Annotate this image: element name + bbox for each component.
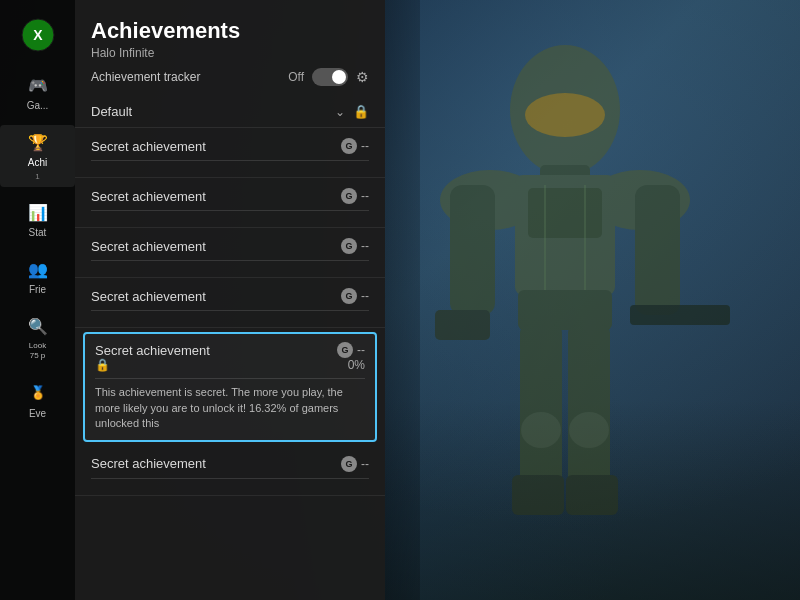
sidebar-events-label: Eve [29,408,46,419]
achievement-divider [91,478,369,479]
stats-icon: 📊 [27,201,49,223]
achievement-divider [91,210,369,211]
achievement-points: -- [361,139,369,153]
achievement-right: G -- [341,288,369,304]
sidebar-games-label: Ga... [27,100,49,111]
achievement-item[interactable]: Secret achievement G -- [75,228,385,278]
achievement-right: G -- [341,456,369,472]
achievement-top-row: Secret achievement G -- [91,238,369,254]
achievement-item[interactable]: Secret achievement G -- [75,128,385,178]
g-badge-icon: G [341,288,357,304]
games-icon: 🎮 [27,74,49,96]
g-badge-icon: G [341,456,357,472]
gear-icon[interactable]: ⚙ [356,69,369,85]
svg-rect-8 [635,185,680,315]
svg-point-15 [569,412,609,448]
achievement-item-expanded[interactable]: Secret achievement G -- 🔒 0% This achiev… [83,332,377,441]
filter-label: Default [91,104,335,119]
achievement-item[interactable]: Secret achievement G -- [75,446,385,496]
panel-header: Achievements Halo Infinite Achievement t… [75,0,385,96]
sidebar-item-events[interactable]: 🏅 Eve [0,376,75,425]
filter-lock-icon: 🔒 [353,104,369,119]
achievement-name: Secret achievement [91,139,206,154]
looking-icon: 🔍 [27,315,49,337]
panel-game: Halo Infinite [91,46,369,60]
sidebar-ach-count: 1 [35,172,39,181]
achievement-divider [91,310,369,311]
sidebar-stats-label: Stat [29,227,47,238]
toggle-knob [332,70,346,84]
svg-point-1 [525,93,605,137]
achievement-name: Secret achievement [91,289,206,304]
expanded-lock-icon: 🔒 [95,358,110,372]
events-icon: 🏅 [27,382,49,404]
sidebar-looking-label: Look75 p [29,341,46,362]
sidebar-friends-label: Frie [29,284,46,295]
achievement-name: Secret achievement [91,456,206,471]
svg-rect-17 [566,475,618,515]
achievement-name: Secret achievement [91,189,206,204]
character-silhouette [370,30,750,600]
achievement-top-row: Secret achievement G -- [91,288,369,304]
achievement-points: -- [361,189,369,203]
svg-rect-13 [568,325,610,485]
sidebar: X 🎮 Ga... 🏆 Achi 1 📊 Stat 👥 Frie 🔍 Look7… [0,0,75,600]
svg-point-14 [521,412,561,448]
achievement-item[interactable]: Secret achievement G -- [75,178,385,228]
achievement-right: G -- [341,238,369,254]
achievement-divider [91,160,369,161]
achievement-expanded-points: -- [357,343,365,357]
achievement-points: -- [361,239,369,253]
achievement-expanded-top-row: Secret achievement G -- [95,342,365,358]
achievement-top-row: Secret achievement G -- [91,456,369,472]
svg-text:X: X [33,27,43,43]
svg-rect-6 [528,188,602,238]
achievements-icon: 🏆 [27,131,49,153]
g-badge-icon: G [341,188,357,204]
tracker-toggle[interactable] [312,68,348,86]
sidebar-item-stats[interactable]: 📊 Stat [0,195,75,244]
svg-rect-12 [520,325,562,485]
g-badge-icon: G [341,238,357,254]
sidebar-item-looking[interactable]: 🔍 Look75 p [0,309,75,368]
achievement-top-row: Secret achievement G -- [91,138,369,154]
achievement-name: Secret achievement [91,239,206,254]
xbox-logo[interactable]: X [21,18,55,52]
friends-icon: 👥 [27,258,49,280]
chevron-down-icon[interactable]: ⌄ [335,105,345,119]
achievement-right: G -- [341,138,369,154]
svg-rect-9 [435,310,490,340]
achievement-points: -- [361,289,369,303]
achievement-top-row: Secret achievement G -- [91,188,369,204]
panel-title: Achievements [91,18,369,44]
expanded-percent: 0% [348,358,365,372]
tracker-status: Off [288,70,304,84]
achievement-expanded-name: Secret achievement [95,343,210,358]
svg-rect-11 [518,290,612,330]
achievement-right: G -- [341,188,369,204]
achievement-points: -- [361,457,369,471]
achievements-panel: Achievements Halo Infinite Achievement t… [75,0,385,600]
expanded-divider [95,378,365,379]
tracker-label: Achievement tracker [91,70,280,84]
achievements-list: Secret achievement G -- Secret achieveme… [75,128,385,600]
sidebar-item-achievements[interactable]: 🏆 Achi 1 [0,125,75,187]
sidebar-ach-label: Achi [28,157,47,168]
achievement-expanded-right: G -- [337,342,365,358]
sidebar-item-games[interactable]: 🎮 Ga... [0,68,75,117]
svg-rect-7 [450,185,495,315]
expanded-description: This achievement is secret. The more you… [95,385,365,431]
g-badge-icon: G [341,138,357,154]
tracker-row: Achievement tracker Off ⚙ [91,68,369,86]
expanded-detail-row: 🔒 0% [95,358,365,372]
svg-rect-16 [512,475,564,515]
svg-rect-10 [630,305,730,325]
sidebar-item-friends[interactable]: 👥 Frie [0,252,75,301]
filter-row: Default ⌄ 🔒 [75,96,385,128]
achievement-divider [91,260,369,261]
g-badge-expanded-icon: G [337,342,353,358]
achievement-item[interactable]: Secret achievement G -- [75,278,385,328]
